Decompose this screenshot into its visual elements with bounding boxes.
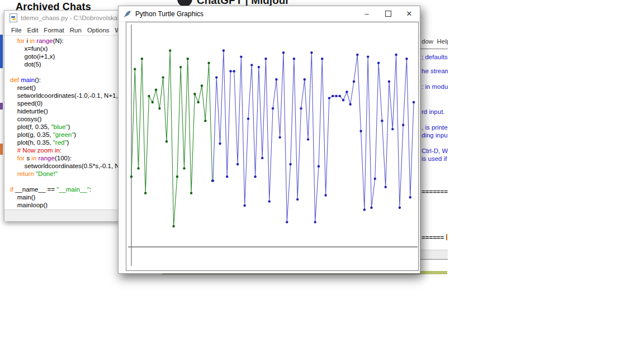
- data-point: [381, 120, 383, 122]
- shell-text-fragment: dow Help: [422, 38, 448, 45]
- data-point: [212, 179, 214, 182]
- data-point: [226, 175, 228, 178]
- shell-text-fragment: , is printe: [422, 124, 448, 131]
- data-point: [353, 80, 355, 83]
- data-point: [134, 68, 136, 70]
- menu-file[interactable]: File: [8, 27, 25, 34]
- data-point: [409, 196, 411, 198]
- data-point: [402, 124, 404, 126]
- data-point: [254, 175, 256, 178]
- data-point: [176, 175, 178, 178]
- minimize-button[interactable]: –: [356, 6, 377, 21]
- maximize-button[interactable]: [377, 6, 399, 21]
- data-point: [250, 64, 253, 66]
- data-point: [342, 99, 344, 101]
- edge-mark: [0, 144, 3, 155]
- data-point: [261, 157, 263, 159]
- close-button[interactable]: ✕: [399, 6, 420, 21]
- data-point: [377, 62, 380, 64]
- edge-mark: [0, 103, 3, 109]
- text-cursor: [446, 234, 447, 240]
- data-point: [296, 198, 299, 201]
- data-point: [244, 204, 246, 207]
- data-point: [324, 194, 326, 196]
- data-point: [310, 51, 312, 54]
- data-point: [233, 70, 235, 72]
- data-point: [141, 58, 143, 60]
- data-point: [162, 76, 164, 78]
- shell-text-fragment: rd input.: [422, 108, 445, 115]
- data-point: [148, 95, 150, 97]
- data-point: [405, 58, 408, 60]
- data-point: [197, 101, 200, 103]
- menu-edit[interactable]: Edit: [25, 27, 41, 34]
- data-point: [328, 97, 330, 99]
- shell-window-partial: dow Help; defaultshe stream: in modulrd …: [419, 18, 448, 260]
- data-point: [169, 49, 171, 51]
- menu-run[interactable]: Run: [67, 27, 84, 34]
- data-point: [279, 136, 281, 139]
- data-point: [304, 78, 306, 80]
- data-point: [339, 95, 341, 97]
- menu-format[interactable]: Format: [41, 27, 67, 34]
- data-point: [359, 130, 362, 132]
- data-point: [300, 107, 302, 109]
- shell-text-fragment: ding input: [422, 132, 448, 139]
- data-point: [179, 66, 182, 68]
- data-point: [165, 140, 168, 142]
- data-point: [318, 165, 320, 168]
- data-point: [286, 221, 288, 223]
- data-point: [363, 208, 366, 211]
- data-point: [258, 66, 260, 68]
- data-point: [275, 78, 277, 80]
- data-point: [413, 101, 415, 103]
- data-point: [222, 49, 225, 51]
- data-point: [190, 192, 192, 194]
- background-green-bar-light: [420, 271, 447, 274]
- python-file-icon: [10, 13, 17, 22]
- data-point: [236, 163, 239, 165]
- data-point: [293, 58, 295, 60]
- data-point: [399, 207, 401, 209]
- data-point: [367, 55, 369, 58]
- data-point: [130, 175, 132, 178]
- turtle-canvas-svg: [126, 22, 418, 270]
- data-point: [155, 89, 157, 91]
- data-point: [370, 207, 372, 209]
- data-point: [374, 178, 376, 180]
- data-point: [314, 221, 316, 223]
- data-point: [151, 101, 154, 103]
- data-point: [335, 95, 337, 97]
- turtle-canvas: [126, 22, 419, 271]
- data-point: [282, 51, 285, 54]
- tk-feather-icon: [124, 10, 131, 18]
- data-point: [385, 186, 387, 188]
- data-point: [388, 80, 390, 83]
- shell-text-fragment: : in modul: [422, 83, 448, 90]
- data-point: [395, 54, 397, 56]
- data-point: [183, 167, 185, 169]
- data-point: [207, 62, 210, 64]
- shell-menubar-divider: [420, 49, 448, 49]
- menu-options[interactable]: Options: [84, 27, 112, 34]
- data-point: [193, 93, 196, 95]
- edge-mark: [0, 35, 3, 68]
- data-point: [356, 54, 358, 56]
- turtle-window-title: Python Turtle Graphics: [135, 10, 203, 18]
- series-line: [131, 51, 212, 227]
- shell-status-bar: [420, 250, 448, 259]
- shell-text-fragment: ; defaults: [422, 54, 448, 60]
- data-point: [229, 70, 231, 72]
- series-line: [213, 51, 414, 222]
- data-point: [268, 200, 271, 202]
- data-point: [345, 90, 348, 93]
- turtle-title-bar[interactable]: Python Turtle Graphics – ✕: [119, 6, 420, 22]
- shell-text-fragment: =======: [422, 188, 448, 195]
- data-point: [215, 76, 217, 78]
- data-point: [158, 107, 160, 109]
- shell-text-fragment: he stream: [422, 68, 448, 74]
- data-point: [391, 128, 394, 130]
- maximize-icon: [385, 11, 391, 17]
- data-point: [332, 95, 334, 97]
- data-point: [172, 225, 174, 227]
